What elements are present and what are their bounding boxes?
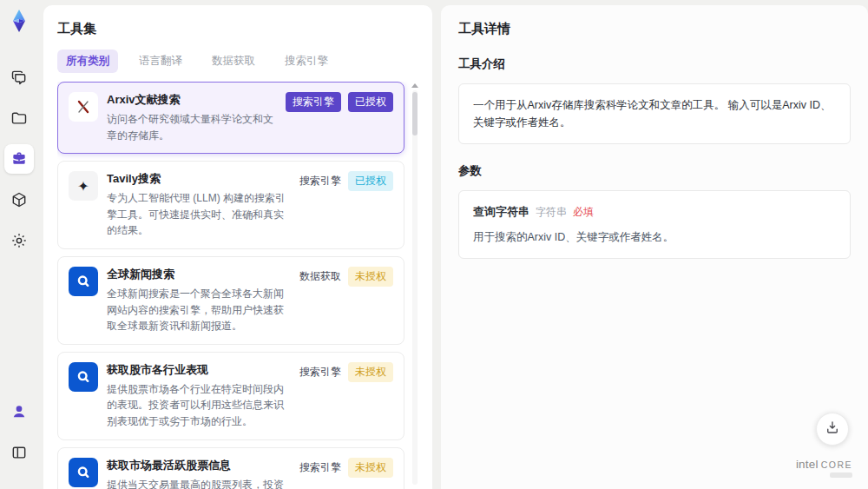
tool-description: 提供股票市场各个行业在特定时间段内的表现。投资者可以利用这些信息来识别表现优于或… (107, 381, 291, 430)
gear-icon (10, 232, 28, 249)
tool-list: Arxiv文献搜索 访问各个研究领域大量科学论文和文章的存储库。 搜索引擎 已授… (57, 82, 418, 489)
tool-details-panel: 工具详情 工具介绍 一个用于从Arxiv存储库搜索科学论文和文章的工具。 输入可… (441, 5, 868, 489)
tab-all-categories[interactable]: 所有类别 (57, 50, 118, 73)
params-heading: 参数 (458, 163, 851, 179)
tool-description: 访问各个研究领域大量科学论文和文章的存储库。 (107, 111, 277, 143)
tool-list-panel: 工具集 所有类别 语言翻译 数据获取 搜索引擎 Arxiv文献搜索 访问各个研究… (43, 5, 432, 489)
auth-badge: 未授权 (348, 267, 393, 287)
download-icon (825, 420, 840, 439)
sidebar-item-files[interactable] (4, 103, 34, 133)
core-wordmark: core (821, 460, 852, 470)
category-badge: 搜索引擎 (286, 92, 341, 112)
param-name: 查询字符串 (473, 203, 529, 221)
global-news-icon (69, 267, 98, 296)
sidebar-item-collapse[interactable] (4, 438, 34, 467)
left-rail (0, 0, 38, 489)
category-label: 搜索引擎 (299, 362, 341, 382)
auth-badge: 已授权 (348, 92, 393, 112)
app-logo-icon (7, 9, 31, 33)
category-label: 搜索引擎 (299, 171, 341, 191)
sidebar-item-chat[interactable] (4, 63, 34, 92)
tool-card-stock-sector[interactable]: 获取股市各行业表现 提供股票市场各个行业在特定时间段内的表现。投资者可以利用这些… (57, 352, 404, 440)
briefcase-icon (10, 150, 28, 168)
tool-name: Arxiv文献搜索 (107, 92, 277, 108)
list-scrollbar[interactable] (411, 83, 418, 489)
arxiv-icon (69, 92, 98, 122)
intel-sub-badge (830, 472, 852, 478)
auth-badge: 未授权 (348, 362, 393, 382)
panel-icon (10, 444, 28, 461)
scrollbar-thumb[interactable] (412, 92, 418, 135)
intel-core-logo: intel core (796, 459, 852, 479)
tool-name: 全球新闻搜索 (107, 267, 291, 282)
tavily-star-icon: ✦ (69, 171, 98, 201)
tab-data-fetch[interactable]: 数据获取 (203, 50, 264, 73)
sidebar-item-tools[interactable] (4, 144, 34, 174)
tool-card-active-stocks[interactable]: 获取市场最活跃股票信息 提供当天交易量最高的股票列表，投资者可以利用这些信息来识… (57, 447, 404, 489)
auth-badge: 未授权 (348, 458, 393, 478)
chat-icon (10, 69, 28, 86)
details-title: 工具详情 (458, 21, 851, 37)
stock-sector-icon (69, 362, 98, 392)
sidebar-item-settings[interactable] (4, 226, 34, 255)
tool-name: Tavily搜索 (107, 171, 291, 187)
cube-icon (10, 191, 28, 208)
category-label: 数据获取 (299, 267, 341, 287)
category-tabs: 所有类别 语言翻译 数据获取 搜索引擎 (57, 50, 418, 73)
tool-description: 全球新闻搜索是一个聚合全球各大新闻网站内容的搜索引擎，帮助用户快速获取全球最新资… (107, 286, 291, 334)
category-label: 搜索引擎 (299, 458, 341, 478)
param-box: 查询字符串 字符串 必填 用于搜索的Arxiv ID、关键字或作者姓名。 (458, 190, 851, 259)
tab-language-translation[interactable]: 语言翻译 (130, 50, 191, 73)
user-icon (10, 403, 28, 420)
intro-heading: 工具介绍 (458, 56, 851, 72)
param-required-badge: 必填 (573, 204, 594, 221)
active-stocks-icon (69, 458, 98, 487)
tool-description: 专为人工智能代理 (LLM) 构建的搜索引擎工具。可快速提供实时、准确和真实的结… (107, 190, 291, 239)
sidebar-item-user[interactable] (4, 397, 34, 426)
auth-badge: 已授权 (348, 171, 393, 191)
tool-card-global-news[interactable]: 全球新闻搜索 全球新闻搜索是一个聚合全球各大新闻网站内容的搜索引擎，帮助用户快速… (57, 256, 404, 345)
param-type: 字符串 (536, 204, 567, 221)
param-description: 用于搜索的Arxiv ID、关键字或作者姓名。 (473, 228, 836, 246)
tool-card-tavily[interactable]: ✦ Tavily搜索 专为人工智能代理 (LLM) 构建的搜索引擎工具。可快速提… (57, 161, 404, 249)
tool-card-arxiv[interactable]: Arxiv文献搜索 访问各个研究领域大量科学论文和文章的存储库。 搜索引擎 已授… (57, 82, 404, 154)
tool-description: 提供当天交易量最高的股票列表，投资者可以利用这些信息来识别流动性强的股票和潜在的… (107, 477, 291, 489)
intel-wordmark: intel (796, 459, 819, 471)
sidebar-item-packages[interactable] (4, 185, 34, 215)
scrollbar-track[interactable] (412, 90, 418, 485)
tool-intro-box: 一个用于从Arxiv存储库搜索科学论文和文章的工具。 输入可以是Arxiv ID… (458, 83, 851, 144)
page-title: 工具集 (57, 21, 418, 37)
scroll-up-arrow-icon[interactable] (411, 83, 418, 88)
download-button[interactable] (816, 413, 849, 446)
tool-name: 获取股市各行业表现 (107, 362, 291, 378)
tab-search-engine[interactable]: 搜索引擎 (276, 50, 337, 73)
tool-name: 获取市场最活跃股票信息 (107, 458, 291, 473)
folder-icon (10, 109, 28, 127)
